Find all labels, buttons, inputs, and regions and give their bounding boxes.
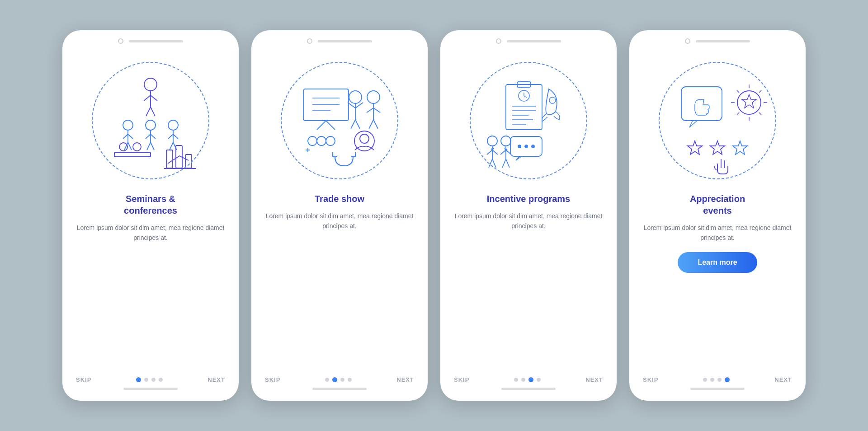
camera-2 [307,38,312,44]
dot-3-1 [151,378,156,382]
skip-1[interactable]: SKIP [76,376,91,383]
next-4[interactable]: NEXT [774,376,792,383]
home-bar-4 [690,388,745,390]
phone-content-2: Trade show Lorem ipsum dolor sit dim ame… [251,48,428,372]
home-bar-2 [312,388,367,390]
card-title-4: Appreciation events [690,193,745,216]
dashed-circle-3 [470,62,587,179]
dot-1-3 [514,378,518,382]
home-bar-1 [123,388,178,390]
card-text-2: Lorem ipsum dolor sit dim amet, mea regi… [265,211,414,231]
phone-content-3: Incentive programs Lorem ipsum dolor sit… [440,48,617,372]
speaker-3 [507,40,561,42]
card-text-4: Lorem ipsum dolor sit dim amet, mea regi… [643,223,792,243]
phones-container: Seminars & conferences Lorem ipsum dolor… [44,12,824,419]
dashed-circle-4 [659,62,776,179]
nav-row-4: SKIP NEXT [640,372,795,388]
camera-4 [685,38,690,44]
card-text-3: Lorem ipsum dolor sit dim amet, mea regi… [454,211,603,231]
nav-row-3: SKIP NEXT [451,372,606,388]
dots-3 [514,377,541,382]
phone-bottom-2: SKIP NEXT [251,372,428,401]
dot-active-2 [332,377,337,382]
dot-active-3 [528,377,533,382]
dot-1-4 [703,378,707,382]
card-title-2: Trade show [315,193,364,205]
dot-3-4 [717,378,722,382]
dashed-circle-1 [92,62,209,179]
camera-3 [496,38,501,44]
next-2[interactable]: NEXT [396,376,414,383]
dot-4-3 [537,378,541,382]
dot-1-2 [325,378,329,382]
dot-3-2 [340,378,344,382]
dots-4 [703,377,730,382]
card-text-1: Lorem ipsum dolor sit dim amet, mea regi… [76,223,225,243]
illustration-seminars [83,53,218,188]
phone-content-1: Seminars & conferences Lorem ipsum dolor… [62,48,239,372]
dot-active-4 [725,377,730,382]
nav-row-1: SKIP NEXT [73,372,228,388]
skip-3[interactable]: SKIP [454,376,469,383]
illustration-appreciation [650,53,785,188]
dots-2 [325,377,352,382]
skip-2[interactable]: SKIP [265,376,280,383]
phone-bottom-4: SKIP NEXT [629,372,806,401]
illustration-incentive [461,53,596,188]
phone-seminars: Seminars & conferences Lorem ipsum dolor… [62,30,239,401]
phone-content-4: Appreciation events Lorem ipsum dolor si… [629,48,806,372]
card-title-3: Incentive programs [487,193,571,205]
next-3[interactable]: NEXT [585,376,603,383]
phone-bottom-1: SKIP NEXT [62,372,239,401]
dot-2-1 [144,378,148,382]
home-bar-3 [501,388,556,390]
learn-more-button[interactable]: Learn more [678,252,757,273]
phone-top-bar-1 [62,30,239,48]
dot-2-3 [521,378,525,382]
next-1[interactable]: NEXT [208,376,225,383]
dot-4-1 [159,378,163,382]
phone-appreciation: Appreciation events Lorem ipsum dolor si… [629,30,806,401]
illustration-trade-show [272,53,407,188]
dot-2-4 [710,378,714,382]
card-title-1: Seminars & conferences [124,193,177,216]
phone-trade-show: Trade show Lorem ipsum dolor sit dim ame… [251,30,428,401]
phone-top-bar-2 [251,30,428,48]
phone-top-bar-4 [629,30,806,48]
speaker-2 [318,40,372,42]
dots-1 [136,377,163,382]
phone-bottom-3: SKIP NEXT [440,372,617,401]
dot-active-1 [136,377,141,382]
dashed-circle-2 [281,62,398,179]
speaker-1 [129,40,183,42]
phone-incentive: Incentive programs Lorem ipsum dolor sit… [440,30,617,401]
speaker-4 [696,40,750,42]
phone-top-bar-3 [440,30,617,48]
camera-1 [118,38,123,44]
nav-row-2: SKIP NEXT [262,372,417,388]
skip-4[interactable]: SKIP [643,376,658,383]
dot-4-2 [348,378,352,382]
